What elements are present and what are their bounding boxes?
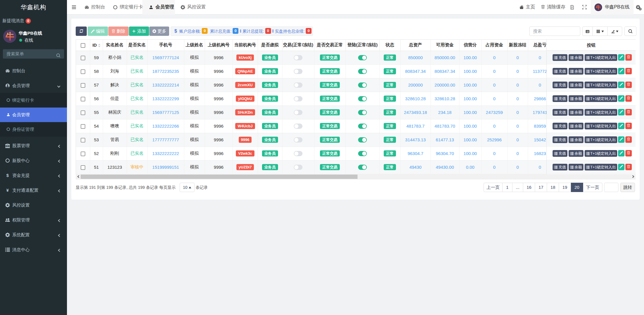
svg-text:¥: ¥ — [6, 188, 9, 193]
svg-text:牛: 牛 — [596, 5, 601, 10]
svg-text:$: $ — [6, 173, 9, 178]
svg-text:牛: 牛 — [5, 31, 14, 41]
